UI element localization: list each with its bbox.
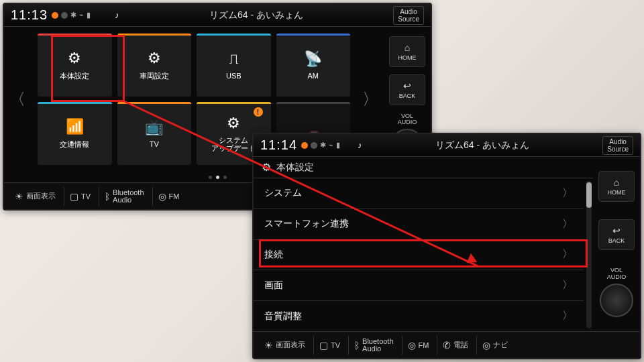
bluetooth-icon: ✱ bbox=[70, 11, 76, 19]
tile-label: 車両設定 bbox=[140, 71, 169, 81]
gear-icon: ⚙ bbox=[227, 115, 240, 132]
gear-icon: ⚙ bbox=[68, 50, 81, 67]
settings-header: ⚙ 本体設定 bbox=[254, 157, 593, 178]
status-bar: 11:14 ✱ ⌁ ▮ ♪ リズム64 - あいみょん Audio Source bbox=[254, 134, 640, 157]
chevron-right-icon: 〉 bbox=[562, 217, 573, 231]
tv-shortcut[interactable]: ▢TV bbox=[64, 187, 96, 206]
tv-shortcut[interactable]: ▢TV bbox=[313, 336, 345, 355]
bluetooth-icon: ᛒ bbox=[354, 340, 360, 351]
tile-usb[interactable]: ⎍USB bbox=[197, 34, 271, 97]
navi-shortcut[interactable]: ◎ナビ bbox=[476, 336, 513, 355]
home-icon: ⌂ bbox=[405, 42, 410, 53]
tile-label: TV bbox=[150, 140, 159, 148]
signal-icon: ▮ bbox=[336, 141, 340, 149]
chevron-right-icon: 〉 bbox=[562, 186, 573, 200]
tile-tv[interactable]: 📺TV bbox=[117, 102, 192, 165]
usb-icon: ⎍ bbox=[229, 50, 238, 68]
page-prev-button[interactable]: 〈 bbox=[4, 27, 31, 172]
back-icon: ↩ bbox=[612, 225, 621, 236]
row-display[interactable]: 画面〉 bbox=[254, 270, 584, 301]
home-button[interactable]: ⌂HOME bbox=[598, 171, 635, 202]
tile-traffic-info[interactable]: 📶交通情報 bbox=[38, 102, 112, 165]
bt-audio-shortcut[interactable]: ᛒBluetooth Audio bbox=[99, 187, 149, 206]
radio-icon: ◎ bbox=[158, 191, 166, 202]
row-connection[interactable]: 接続〉 bbox=[254, 240, 584, 271]
bluetooth-icon: ✱ bbox=[320, 141, 326, 149]
antenna-icon: 📡 bbox=[304, 50, 322, 68]
settings-list: システム〉 スマートフォン連携〉 接続〉 画面〉 音質調整〉 bbox=[254, 178, 593, 331]
scrollbar-thumb[interactable] bbox=[586, 182, 592, 208]
status-dot-grey bbox=[311, 142, 317, 149]
wifi-icon: ⌁ bbox=[79, 11, 84, 19]
music-note-icon: ♪ bbox=[115, 10, 119, 20]
brightness-icon: ☀ bbox=[15, 191, 23, 202]
back-button[interactable]: ↩BACK bbox=[598, 219, 635, 250]
volume-label: VOL AUDIO bbox=[398, 113, 417, 127]
settings-screen: 11:14 ✱ ⌁ ▮ ♪ リズム64 - あいみょん Audio Source… bbox=[252, 133, 641, 359]
home-icon: ⌂ bbox=[614, 177, 619, 188]
phone-shortcut[interactable]: ✆電話 bbox=[437, 336, 474, 355]
tile-vehicle-settings[interactable]: ⚙車両設定 bbox=[117, 34, 192, 97]
status-dot-orange bbox=[301, 142, 308, 149]
bluetooth-icon: ᛒ bbox=[105, 191, 110, 202]
compass-icon: ◎ bbox=[482, 340, 490, 351]
tile-body-settings[interactable]: ⚙本体設定 bbox=[38, 34, 112, 97]
back-icon: ↩ bbox=[403, 80, 411, 91]
status-dot-orange bbox=[52, 12, 58, 19]
tv-icon: ▢ bbox=[319, 340, 328, 351]
music-note-icon: ♪ bbox=[358, 140, 362, 150]
signal-bars-icon: 📶 bbox=[66, 118, 84, 135]
alert-badge: ! bbox=[254, 107, 263, 117]
settings-title: 本体設定 bbox=[276, 162, 314, 174]
fm-shortcut[interactable]: ◎FM bbox=[152, 187, 185, 206]
status-icons: ✱ ⌁ ▮ bbox=[301, 141, 340, 149]
tile-label: 本体設定 bbox=[60, 71, 89, 81]
chevron-right-icon: 〉 bbox=[562, 309, 573, 323]
audio-source-button[interactable]: Audio Source bbox=[393, 6, 424, 25]
tile-label: AM bbox=[308, 72, 319, 80]
row-smartphone-link[interactable]: スマートフォン連携〉 bbox=[254, 209, 584, 240]
tile-am[interactable]: 📡AM bbox=[276, 34, 351, 97]
brightness-icon: ☀ bbox=[264, 340, 273, 351]
tv-icon: ▢ bbox=[70, 191, 78, 202]
gear-icon: ⚙ bbox=[148, 50, 161, 67]
fm-shortcut[interactable]: ◎FM bbox=[402, 336, 435, 355]
brightness-button[interactable]: ☀画面表示 bbox=[9, 187, 61, 206]
now-playing[interactable]: リズム64 - あいみょん bbox=[123, 9, 390, 21]
now-playing[interactable]: リズム64 - あいみょん bbox=[366, 139, 599, 152]
status-dot-grey bbox=[61, 12, 68, 19]
chevron-right-icon: 〉 bbox=[562, 247, 573, 261]
tile-label: 交通情報 bbox=[60, 139, 89, 149]
wifi-icon: ⌁ bbox=[329, 141, 333, 149]
home-button[interactable]: ⌂HOME bbox=[389, 36, 425, 67]
status-bar: 11:13 ✱ ⌁ ▮ ♪ リズム64 - あいみょん Audio Source bbox=[4, 4, 431, 27]
bottom-bar: ☀画面表示 ▢TV ᛒBluetooth Audio ◎FM ✆電話 ◎ナビ bbox=[254, 331, 640, 358]
phone-icon: ✆ bbox=[443, 340, 451, 351]
volume-label: VOL AUDIO bbox=[607, 267, 627, 281]
back-button[interactable]: ↩BACK bbox=[389, 74, 425, 105]
clock: 11:13 bbox=[11, 7, 48, 23]
row-sound[interactable]: 音質調整〉 bbox=[254, 301, 584, 331]
bt-audio-shortcut[interactable]: ᛒBluetooth Audio bbox=[348, 336, 398, 355]
signal-icon: ▮ bbox=[87, 11, 91, 19]
status-icons: ✱ ⌁ ▮ bbox=[52, 11, 91, 19]
brightness-button[interactable]: ☀画面表示 bbox=[259, 336, 311, 355]
volume-dial[interactable] bbox=[600, 284, 633, 317]
tv-icon: 📺 bbox=[145, 119, 163, 136]
audio-source-button[interactable]: Audio Source bbox=[602, 136, 633, 155]
radio-icon: ◎ bbox=[408, 340, 416, 351]
clock: 11:14 bbox=[260, 137, 297, 153]
tile-label: USB bbox=[226, 72, 241, 80]
chevron-right-icon: 〉 bbox=[562, 278, 573, 292]
hardware-side-panel: ⌂HOME ↩BACK VOL AUDIO bbox=[593, 157, 640, 331]
